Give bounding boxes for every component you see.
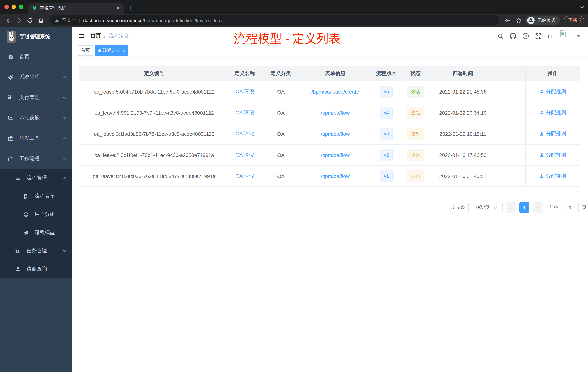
form-link[interactable]: /bpm/oa/flow [321, 152, 350, 158]
sidebar-item-home[interactable]: 首页 [0, 47, 72, 67]
avatar-dropdown-caret-icon[interactable] [577, 35, 580, 37]
definition-name-link[interactable]: OA 请假 [235, 173, 254, 178]
close-window-button[interactable] [4, 5, 9, 9]
sidebar-item-workflow[interactable]: 工作流程 [0, 149, 72, 169]
definition-id: oa_leave:5:004b710b-7b8a-11ec-8ef0-acde4… [79, 89, 229, 94]
zoom-window-button[interactable] [19, 5, 23, 9]
minimize-window-button[interactable] [12, 5, 16, 9]
definition-name-link[interactable]: OA 请假 [235, 109, 254, 115]
breadcrumb-separator: / [104, 33, 105, 39]
tag-home[interactable]: 首页 [78, 45, 93, 55]
app-title: 芋道管理系统 [20, 33, 50, 40]
sidebar-item-process-model[interactable]: 流程模型 [0, 223, 72, 242]
assign-rule-button[interactable]: 分配规则 [539, 88, 566, 95]
sidebar-item-system[interactable]: 系统管理 [0, 67, 72, 87]
sidebar-item-task-management[interactable]: 任务管理 [0, 242, 72, 260]
assign-rule-button[interactable]: 分配规则 [539, 173, 566, 179]
form-link[interactable]: /bpm/oa/flow [321, 131, 350, 137]
incognito-badge[interactable]: 无痕模式 [525, 16, 560, 25]
browser-update-button[interactable]: 更新 [563, 15, 584, 25]
page-number-1[interactable]: 1 [519, 202, 529, 213]
annotation-overlay-text: 流程模型 - 定义列表 [234, 31, 341, 47]
tag-process-definition[interactable]: 流程定义 × [95, 45, 128, 55]
assign-rule-label: 分配规则 [546, 109, 566, 116]
sidebar-item-dev-tools[interactable]: 研发工具 [0, 128, 72, 149]
table-header-row: 定义编号 定义名称 定义分类 表单信息 流程版本 状态 部署时间 操作 [79, 66, 580, 81]
sidebar-item-payment[interactable]: ¥ 支付管理 [0, 87, 72, 108]
fullscreen-icon[interactable] [535, 33, 541, 39]
list-icon [15, 175, 21, 181]
sidebar-collapse-button[interactable] [72, 33, 88, 39]
breadcrumb-home[interactable]: 首页 [91, 33, 101, 39]
version-badge: v3 [380, 128, 393, 140]
column-header: 定义编号 [79, 70, 229, 77]
form-link[interactable]: /bpm/oa/leave/create [311, 89, 359, 94]
github-icon[interactable] [510, 33, 516, 39]
user-icon [539, 131, 544, 136]
font-size-icon[interactable]: tT [548, 33, 553, 39]
sidebar-item-user-group[interactable]: 用户分组 [0, 205, 72, 223]
password-key-icon[interactable] [504, 16, 512, 25]
url-text[interactable]: dashboard.yudao.iocoder.cn/bpm/manager/d… [83, 17, 225, 24]
assign-rule-button[interactable]: 分配规则 [539, 109, 566, 116]
definition-table: 定义编号 定义名称 定义分类 表单信息 流程版本 状态 部署时间 操作 oa_l… [79, 66, 580, 187]
deploy-time: 2022-01-22 20:34:10 [427, 110, 499, 116]
sidebar-item-process-management[interactable]: 流程管理 [0, 169, 72, 187]
search-icon[interactable] [497, 33, 504, 39]
sidebar-item-leave-query[interactable]: 请假查询 [0, 260, 72, 278]
definition-name-link[interactable]: OA 请假 [235, 88, 254, 94]
prev-page-button[interactable]: ‹ [506, 202, 516, 213]
form-link[interactable]: /bpm/oa/flow [321, 173, 350, 179]
assign-rule-label: 分配规则 [546, 131, 566, 137]
sidebar-item-label: 研发工具 [19, 135, 40, 142]
definition-name-link[interactable]: OA 请假 [235, 152, 254, 157]
sidebar-item-label: 流程管理 [27, 175, 47, 181]
chevron-down-icon [62, 136, 67, 141]
sidebar-item-process-form[interactable]: 流程表单 [0, 187, 72, 205]
definition-name-link[interactable]: OA 请假 [235, 131, 254, 136]
home-button[interactable] [36, 16, 45, 25]
user-avatar-broken-image[interactable] [559, 29, 573, 43]
browser-tab[interactable]: 芋道管理系统 ✕ [28, 2, 124, 14]
form-link[interactable]: /bpm/oa/flow [321, 110, 350, 116]
forward-button[interactable] [15, 16, 23, 25]
user-icon [539, 110, 544, 115]
person-icon [15, 266, 21, 272]
bookmark-star-icon[interactable] [514, 16, 523, 25]
sidebar-item-label: 流程模型 [34, 229, 55, 236]
definition-id: oa_leave:2:3c1f0ef1-76b1-11ec-9c66-a2380… [79, 152, 229, 158]
tab-search-chevron-icon[interactable] [580, 4, 584, 11]
incognito-icon [527, 16, 535, 24]
table-row: oa_leave:1:482ec033-762a-11ec-8477-a2380… [79, 166, 580, 187]
tag-close-icon[interactable]: × [123, 48, 125, 53]
browser-menu-icon[interactable] [580, 18, 581, 23]
status-badge: 激活 [407, 85, 424, 98]
assign-rule-button[interactable]: 分配规则 [539, 131, 566, 137]
sidebar-item-label: 用户分组 [34, 211, 55, 218]
tab-close-icon[interactable]: ✕ [116, 6, 120, 11]
help-icon[interactable]: ? [523, 33, 529, 39]
reload-button[interactable] [25, 16, 34, 25]
status-badge: 挂起 [407, 170, 424, 182]
assign-rule-button[interactable]: 分配规则 [539, 152, 566, 158]
chevron-up-icon [62, 176, 67, 180]
sidebar-logo[interactable]: 芋道管理系统 [0, 27, 72, 47]
definition-id: oa_leave:4:991f2193-7b7f-11ec-a3c8-acde4… [79, 110, 229, 116]
page-size-select[interactable]: 10条/页 [468, 202, 503, 213]
browser-toolbar: 不安全 | dashboard.yudao.iocoder.cn/bpm/man… [0, 14, 588, 27]
table-row: oa_leave:5:004b710b-7b8a-11ec-8ef0-acde4… [79, 81, 580, 102]
address-bar[interactable]: 不安全 | dashboard.yudao.iocoder.cn/bpm/man… [50, 15, 499, 25]
sidebar-item-label: 任务管理 [27, 248, 47, 254]
not-secure-warning-icon[interactable] [54, 18, 59, 23]
new-tab-button[interactable]: + [129, 4, 133, 14]
tag-label: 流程定义 [103, 47, 120, 54]
jump-page-input[interactable] [562, 202, 578, 213]
security-label[interactable]: 不安全 [62, 17, 75, 23]
column-header: 操作 [525, 66, 580, 81]
next-page-button[interactable]: › [533, 202, 543, 213]
sidebar-item-label: 支付管理 [19, 94, 40, 101]
form-icon [23, 194, 29, 199]
sidebar-item-infrastructure[interactable]: 基础设施 [0, 108, 72, 128]
table-row: oa_leave:3:1fad3d93-7b75-11ec-a3c8-acde4… [79, 123, 580, 144]
back-button[interactable] [4, 16, 12, 25]
